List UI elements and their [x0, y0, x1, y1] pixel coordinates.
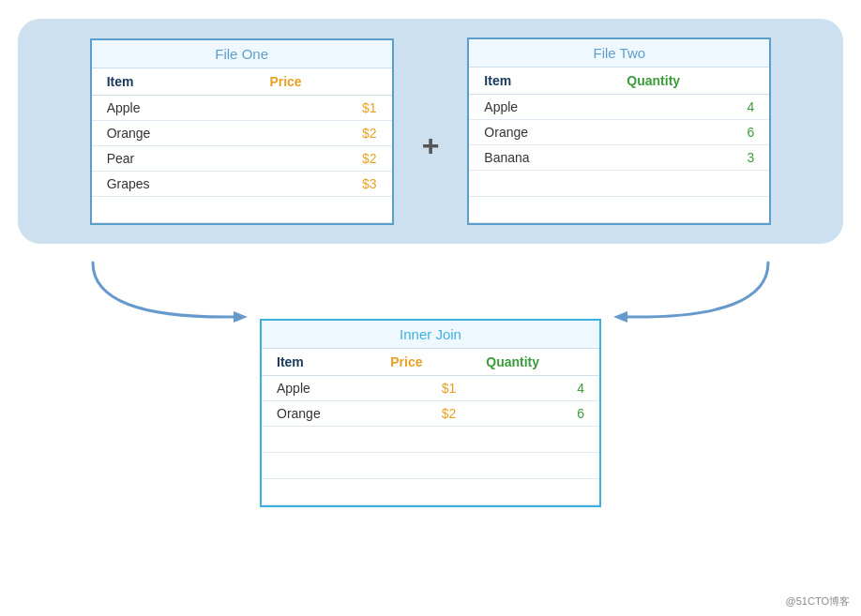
empty-row: [262, 453, 599, 479]
file-two-header-row: Item Quantity: [469, 68, 769, 95]
price-cell: $1: [254, 95, 391, 120]
file-two-item-header: Item: [469, 68, 612, 95]
quantity-cell: 4: [471, 376, 599, 401]
empty-row: [469, 171, 769, 197]
price-cell: $2: [375, 401, 471, 427]
table-row: Apple 4: [469, 95, 769, 120]
file-two-title-row: File Two: [469, 39, 769, 68]
quantity-cell: 3: [612, 145, 769, 171]
main-container: File One Item Price Apple $1 Orange $2 P…: [0, 0, 861, 616]
file-one-item-header: Item: [92, 68, 255, 95]
item-cell: Apple: [92, 95, 255, 120]
inner-join-price-header: Price: [375, 349, 471, 376]
arrows-row: [18, 253, 843, 319]
table-row: Banana 3: [469, 145, 769, 171]
plus-sign: +: [422, 100, 440, 163]
inner-join-section: Inner Join Item Price Quantity Apple $1 …: [260, 319, 601, 507]
empty-row: [262, 479, 599, 505]
inner-join-header-row: Item Price Quantity: [262, 349, 599, 376]
file-two-quantity-header: Quantity: [612, 68, 769, 95]
file-two-table-wrapper: File Two Item Quantity Apple 4 Orange 6 …: [467, 38, 771, 225]
table-row: Orange $2: [92, 120, 392, 145]
file-one-header-row: Item Price: [92, 68, 392, 95]
item-cell: Apple: [262, 376, 375, 401]
svg-marker-1: [613, 311, 627, 323]
watermark: @51CTO博客: [786, 594, 850, 608]
file-one-table: File One Item Price Apple $1 Orange $2 P…: [92, 40, 392, 223]
item-cell: Pear: [92, 145, 255, 171]
inner-join-table: Inner Join Item Price Quantity Apple $1 …: [262, 321, 599, 505]
right-arrow-svg: [581, 253, 787, 328]
item-cell: Banana: [469, 145, 612, 171]
item-cell: Orange: [469, 120, 612, 145]
file-one-price-header: Price: [254, 68, 391, 95]
table-row: Orange $2 6: [262, 401, 599, 427]
table-row: Orange 6: [469, 120, 769, 145]
empty-row: [92, 196, 392, 222]
file-one-table-wrapper: File One Item Price Apple $1 Orange $2 P…: [90, 38, 394, 225]
item-cell: Orange: [92, 120, 255, 145]
price-cell: $2: [254, 145, 391, 171]
empty-row: [469, 197, 769, 223]
table-row: Apple $1: [92, 95, 392, 120]
item-cell: Apple: [469, 95, 612, 120]
quantity-cell: 6: [612, 120, 769, 145]
inner-join-quantity-header: Quantity: [471, 349, 599, 376]
svg-marker-0: [234, 311, 248, 323]
price-cell: $1: [375, 376, 471, 401]
quantity-cell: 4: [612, 95, 769, 120]
table-row: Grapes $3: [92, 171, 392, 196]
table-row: Apple $1 4: [262, 376, 599, 401]
item-cell: Grapes: [92, 171, 255, 196]
inner-join-title: Inner Join: [262, 321, 599, 349]
quantity-cell: 6: [471, 401, 599, 427]
top-section: File One Item Price Apple $1 Orange $2 P…: [18, 19, 843, 244]
table-row: Pear $2: [92, 145, 392, 171]
empty-row: [262, 427, 599, 453]
file-one-title: File One: [92, 40, 392, 68]
inner-join-title-row: Inner Join: [262, 321, 599, 349]
file-two-table: File Two Item Quantity Apple 4 Orange 6 …: [469, 39, 769, 223]
item-cell: Orange: [262, 401, 375, 427]
inner-join-item-header: Item: [262, 349, 375, 376]
bottom-section: Inner Join Item Price Quantity Apple $1 …: [18, 253, 843, 507]
inner-join-table-wrapper: Inner Join Item Price Quantity Apple $1 …: [260, 319, 601, 507]
file-one-title-row: File One: [92, 40, 392, 68]
left-arrow-svg: [74, 253, 280, 328]
price-cell: $2: [254, 120, 391, 145]
price-cell: $3: [254, 171, 391, 196]
file-two-title: File Two: [469, 39, 769, 68]
